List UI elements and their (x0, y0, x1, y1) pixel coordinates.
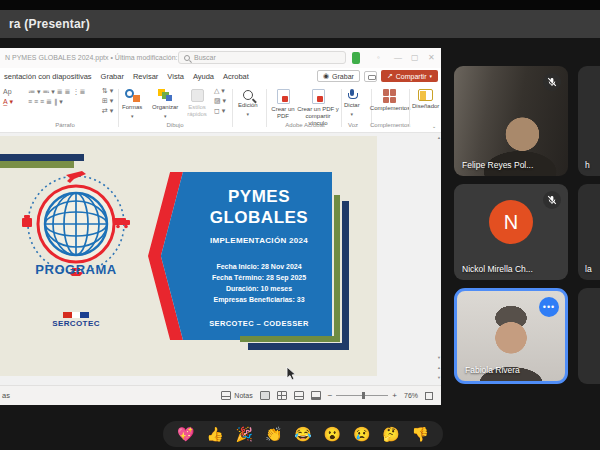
participant-tile-partial-2[interactable]: la (578, 184, 600, 280)
restore-button[interactable]: ▢ (411, 53, 419, 62)
reaction-heart[interactable]: 💖 (177, 421, 194, 447)
slide-title: PYMES GLOBALES (210, 186, 308, 228)
prev-slide-icon[interactable]: ▲ (437, 365, 441, 370)
microphone-icon (348, 89, 356, 100)
arrange-button[interactable]: Organizar▾ (152, 89, 178, 119)
fit-slide-icon[interactable] (425, 392, 433, 400)
search-placeholder: Buscar (194, 54, 216, 61)
ribbon-options-icon[interactable]: ◦ (377, 53, 380, 62)
slide-footer: SERCOTEC – CODESSER (209, 319, 309, 328)
pdf-icon (277, 89, 290, 104)
reaction-surprised[interactable]: 😮 (324, 421, 341, 447)
participant-name: la (585, 264, 592, 274)
participant-tile-nickol[interactable]: N Nickol Mirella Ch... (454, 184, 568, 280)
tab-acrobat[interactable]: Acrobat (223, 72, 249, 81)
addins-button[interactable]: Complementos (374, 89, 406, 112)
reaction-party[interactable]: 🎉 (236, 421, 253, 447)
mic-muted-icon (543, 73, 561, 91)
font-tools-partial[interactable]: ApA̲ ▾ (3, 88, 13, 105)
sercotec-logo: SERCOTEC (42, 312, 110, 328)
statusbar-left-text: as (2, 391, 10, 400)
tab-revisar[interactable]: Revisar (133, 72, 158, 81)
slide-details: Fecha Inicio: 28 Nov 2024 Fecha Término:… (212, 261, 306, 305)
taskbar-green-icon (352, 52, 360, 64)
editing-button[interactable]: Edición▾ (238, 90, 258, 117)
more-options-button[interactable]: ••• (539, 297, 559, 317)
share-icon: ↗ (387, 72, 393, 80)
zoom-out-icon[interactable]: − (328, 391, 333, 400)
reading-view-button[interactable] (294, 391, 304, 400)
reaction-thumbs-down[interactable]: 👎 (412, 421, 429, 447)
reaction-thumbs-up[interactable]: 👍 (206, 421, 223, 447)
reaction-sad[interactable]: 😢 (353, 421, 370, 447)
avatar: N (489, 200, 533, 244)
reaction-laugh[interactable]: 😂 (294, 421, 311, 447)
scroll-down-icon[interactable]: ▼ (437, 355, 441, 360)
slide[interactable]: PROGRAMA SERCOTEC PYMES GLOBALES (0, 136, 377, 376)
zoom-slider[interactable] (336, 395, 388, 396)
mouse-cursor (286, 367, 298, 381)
collapse-ribbon-icon[interactable]: ⌄ (432, 123, 436, 129)
share-window-title: ra (Presentar) (9, 17, 90, 31)
participant-name: Fabiola Rivera (465, 365, 520, 375)
addins-icon (383, 89, 397, 103)
slide-navy-bar (0, 154, 84, 161)
designer-button[interactable]: Diseñador (412, 89, 439, 110)
designer-icon (418, 89, 433, 101)
dictate-button[interactable]: Dictar▾ (344, 89, 360, 117)
quick-styles-button[interactable]: Estilos rápidos (184, 89, 210, 118)
group-label-dibujo: Dibujo (140, 122, 210, 128)
ppt-statusbar: as Notas − + 76% (0, 385, 441, 405)
participant-tile-fabiola[interactable]: ••• Fabiola Rivera (454, 288, 568, 384)
slide-sorter-button[interactable] (277, 391, 287, 400)
comments-button[interactable] (364, 71, 377, 82)
normal-view-button[interactable] (260, 391, 270, 400)
notes-button[interactable]: Notas (221, 391, 252, 400)
tab-presentacion[interactable]: sentación con diapositivas (4, 72, 92, 81)
top-strip (0, 0, 600, 10)
paragraph-list-buttons[interactable]: ≔ ▾ ≕ ▾ ≣ ≣ ⋮≣ ≡ ≡ ≡ ≣ ∥ ▾ (28, 88, 85, 105)
shape-format-buttons[interactable]: △ ▾▨ ▾◻ ▾ (214, 87, 226, 114)
screen-share-bar: ra (Presentar) (0, 10, 600, 38)
share-button[interactable]: ↗ Compartir ▾ (381, 70, 438, 82)
zoom-percent[interactable]: 76% (404, 392, 418, 399)
tab-ayuda[interactable]: Ayuda (193, 72, 214, 81)
reactions-bar: 💖 👍 🎉 👏 😂 😮 😢 🤔 👎 (163, 421, 443, 447)
close-button[interactable]: ✕ (428, 53, 435, 62)
ppt-menubar: sentación con diapositivas Grabar Revisa… (0, 68, 441, 85)
participant-name: Felipe Reyes Pol... (462, 160, 533, 170)
truck-icon (114, 218, 130, 228)
zoom-control[interactable]: − + (328, 391, 397, 400)
zoom-slider-thumb[interactable] (362, 392, 365, 399)
create-pdf-button[interactable]: Crear un PDF (271, 89, 295, 120)
tab-vista[interactable]: Vista (167, 72, 184, 81)
record-button[interactable]: ◉ Grabar (317, 70, 360, 82)
slide-subtitle: IMPLEMENTACIÓN 2024 (210, 236, 308, 245)
reaction-clap[interactable]: 👏 (265, 421, 282, 447)
scroll-up-icon[interactable]: ▲ (437, 135, 441, 140)
slideshow-button[interactable] (311, 391, 321, 400)
package-icon (22, 215, 32, 227)
sercotec-flag-icon (63, 312, 89, 318)
shapes-button[interactable]: Formas▾ (122, 89, 142, 119)
participant-name: h (585, 160, 590, 170)
meeting-screen: ra (Presentar) N PYMES GLOBALES 2024.ppt… (0, 0, 600, 450)
group-label-voz: Voz (336, 122, 370, 128)
vertical-scrollbar[interactable]: ▲ ▼ ▲ ▼ (437, 133, 441, 385)
minimize-button[interactable]: — (394, 53, 402, 62)
green-accent-horizontal (240, 336, 340, 342)
participant-tile-felipe[interactable]: Felipe Reyes Pol... (454, 66, 568, 176)
shapes-icon (125, 89, 140, 102)
arrange-icon (158, 89, 172, 102)
search-input[interactable]: Buscar (178, 51, 346, 64)
next-slide-icon[interactable]: ▼ (437, 375, 441, 380)
participant-tile-partial-1[interactable]: h (578, 66, 600, 176)
participant-tile-partial-3[interactable] (578, 288, 600, 384)
participant-name: Nickol Mirella Ch... (462, 264, 533, 274)
text-direction-buttons[interactable]: ⇅ ▾⊞ ▾⇄ ▾ (102, 87, 113, 114)
reaction-thinking[interactable]: 🤔 (382, 421, 399, 447)
group-label-acrobat: Adobe Acrobat (273, 122, 337, 128)
zoom-in-icon[interactable]: + (392, 391, 397, 400)
tab-grabar[interactable]: Grabar (101, 72, 124, 81)
ppt-titlebar: N PYMES GLOBALES 2024.pptx • Última modi… (0, 48, 441, 68)
